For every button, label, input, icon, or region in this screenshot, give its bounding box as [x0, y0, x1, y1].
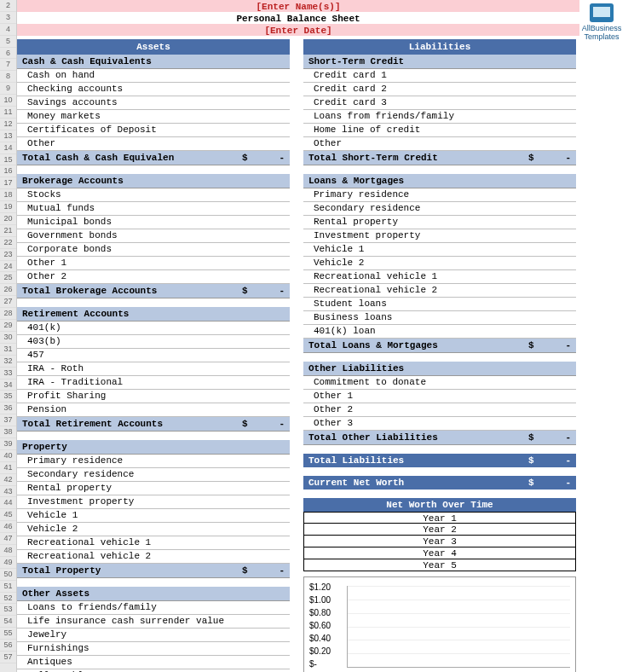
- asset-line-item[interactable]: Stocks: [17, 188, 290, 202]
- enter-names[interactable]: [Enter Name(s)]: [17, 0, 579, 12]
- asset-line-item[interactable]: Savings accounts: [17, 96, 290, 110]
- liability-line-item[interactable]: Other: [303, 137, 576, 151]
- liability-line-item[interactable]: Other 2: [303, 403, 576, 417]
- asset-line-item[interactable]: Vehicle 1: [17, 509, 290, 523]
- row-num: 3: [0, 12, 16, 24]
- chart-ytick: $0.60: [309, 621, 331, 634]
- asset-line-item[interactable]: Jewelry: [17, 629, 290, 642]
- dash-value: -: [554, 455, 571, 466]
- asset-line-item[interactable]: Money markets: [17, 110, 290, 124]
- row-num: 49: [0, 557, 16, 569]
- networth-year-row[interactable]: Year 4: [303, 547, 576, 559]
- networth-chart: $1.20$1.00$0.80$0.60$0.40$0.20$- Year1Ye…: [303, 576, 576, 672]
- page-title: Personal Balance Sheet: [17, 12, 579, 24]
- asset-line-item[interactable]: IRA - Traditional: [17, 376, 290, 390]
- asset-line-item[interactable]: Certificates of Deposit: [17, 124, 290, 137]
- row-num: 56: [0, 640, 16, 652]
- asset-line-item[interactable]: Recreational vehicle 2: [17, 550, 290, 564]
- asset-line-item[interactable]: Loans to friends/family: [17, 601, 290, 615]
- total-liabilities-label: Total Liabilities: [308, 455, 528, 466]
- asset-line-item[interactable]: Other 2: [17, 270, 290, 284]
- liability-line-item[interactable]: Credit card 2: [303, 83, 576, 96]
- asset-line-item[interactable]: Mutual funds: [17, 202, 290, 216]
- liability-group-header: Loans & Mortgages: [303, 174, 576, 188]
- asset-line-item[interactable]: 403(b): [17, 335, 290, 349]
- liability-line-item[interactable]: Loans from friends/family: [303, 110, 576, 124]
- dash-value: -: [554, 478, 571, 488]
- networth-year-row[interactable]: Year 3: [303, 536, 576, 547]
- asset-line-item[interactable]: Antiques: [17, 656, 290, 669]
- row-num: 15: [0, 154, 16, 166]
- liability-line-item[interactable]: Recreational vehicle 1: [303, 270, 576, 284]
- chart-ytick: $1.20: [309, 582, 331, 595]
- liability-line-item[interactable]: Vehicle 2: [303, 257, 576, 270]
- asset-line-item[interactable]: Government bonds: [17, 229, 290, 243]
- asset-line-item[interactable]: Furnishings: [17, 642, 290, 656]
- liability-line-item[interactable]: 401(k) loan: [303, 325, 576, 339]
- total-liabilities: Total Liabilities $ -: [303, 454, 576, 467]
- networth-over-time-title: Net Worth Over Time: [303, 498, 576, 512]
- liability-line-item[interactable]: Other 1: [303, 390, 576, 403]
- row-num: 2: [0, 0, 16, 12]
- asset-line-item[interactable]: Pension: [17, 403, 290, 417]
- asset-line-item[interactable]: Other: [17, 137, 290, 151]
- current-net-worth: Current Net Worth $ -: [303, 476, 576, 490]
- row-num: 27: [0, 296, 16, 308]
- chart-ytick: $0.20: [309, 646, 331, 659]
- liabilities-title: Liabilities: [303, 39, 576, 55]
- asset-line-item[interactable]: Corporate bonds: [17, 243, 290, 257]
- asset-line-item[interactable]: Primary residence: [17, 455, 290, 468]
- asset-line-item[interactable]: Vehicle 2: [17, 523, 290, 536]
- liability-line-item[interactable]: Investment property: [303, 229, 576, 243]
- liability-line-item[interactable]: Other 3: [303, 417, 576, 431]
- row-num: 42: [0, 474, 16, 486]
- row-num: 4: [0, 24, 16, 36]
- asset-line-item[interactable]: Profit Sharing: [17, 390, 290, 403]
- asset-line-item[interactable]: Recreational vehicle 1: [17, 536, 290, 550]
- liability-line-item[interactable]: Vehicle 1: [303, 243, 576, 257]
- liability-line-item[interactable]: Home line of credit: [303, 124, 576, 137]
- asset-line-item[interactable]: Investment property: [17, 495, 290, 509]
- asset-line-item[interactable]: Life insurance cash surrender value: [17, 615, 290, 629]
- liability-line-item[interactable]: Credit card 1: [303, 69, 576, 83]
- row-num: 36: [0, 403, 16, 414]
- enter-date[interactable]: [Enter Date]: [17, 24, 579, 36]
- liability-line-item[interactable]: Secondary residence: [303, 202, 576, 216]
- asset-line-item[interactable]: IRA - Roth: [17, 362, 290, 376]
- networth-year-row[interactable]: Year 5: [303, 559, 576, 571]
- logo-allbusiness: AllBusiness Templates: [576, 3, 627, 41]
- row-num: 11: [0, 107, 16, 119]
- asset-line-item[interactable]: Other 1: [17, 257, 290, 270]
- asset-line-item[interactable]: Cash on hand: [17, 69, 290, 83]
- logo-text-1: AllBusiness: [576, 24, 627, 32]
- row-num: 14: [0, 142, 16, 154]
- liability-line-item[interactable]: Student loans: [303, 298, 576, 311]
- asset-line-item[interactable]: Municipal bonds: [17, 216, 290, 229]
- row-num: 18: [0, 189, 16, 201]
- asset-line-item[interactable]: 457: [17, 349, 290, 362]
- networth-year-row[interactable]: Year 1: [303, 512, 576, 524]
- liability-line-item[interactable]: Recreational vehicle 2: [303, 284, 576, 298]
- asset-group-header: Brokerage Accounts: [17, 174, 290, 188]
- row-num: 23: [0, 249, 16, 261]
- liability-line-item[interactable]: Rental property: [303, 216, 576, 229]
- liability-line-item[interactable]: Credit card 3: [303, 96, 576, 110]
- asset-line-item[interactable]: Rental property: [17, 482, 290, 495]
- liability-line-item[interactable]: Primary residence: [303, 188, 576, 202]
- chart-ytick: $0.80: [309, 608, 331, 621]
- row-num: 5: [0, 36, 16, 48]
- asset-line-item[interactable]: Checking accounts: [17, 83, 290, 96]
- row-num: 10: [0, 95, 16, 107]
- row-num: 38: [0, 426, 16, 438]
- chart-ytick: $1.00: [309, 595, 331, 608]
- asset-group-header: Other Assets: [17, 587, 290, 601]
- liability-line-item[interactable]: Commitment to donate: [303, 376, 576, 390]
- row-num: 34: [0, 379, 16, 391]
- networth-year-row[interactable]: Year 2: [303, 524, 576, 536]
- asset-group-header: Retirement Accounts: [17, 307, 290, 322]
- row-num: 24: [0, 261, 16, 273]
- liability-line-item[interactable]: Business loans: [303, 311, 576, 325]
- asset-line-item[interactable]: 401(k): [17, 322, 290, 335]
- asset-line-item[interactable]: Secondary residence: [17, 468, 290, 482]
- row-num: 55: [0, 628, 16, 640]
